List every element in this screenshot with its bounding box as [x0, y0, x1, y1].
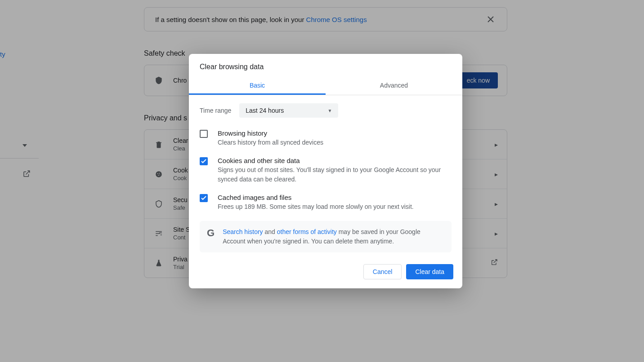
option-cache: Cached images and files Frees up 189 MB.…: [200, 194, 452, 211]
dialog-title: Clear browsing data: [189, 54, 462, 76]
dialog-tabs: Basic Advanced: [189, 76, 462, 95]
option-cookies: Cookies and other site data Signs you ou…: [200, 157, 452, 184]
tab-basic[interactable]: Basic: [189, 76, 326, 95]
other-activity-link[interactable]: other forms of activity: [277, 228, 337, 235]
clear-data-button[interactable]: Clear data: [406, 264, 453, 279]
tab-advanced[interactable]: Advanced: [326, 76, 462, 95]
checkbox-browsing-history[interactable]: [200, 130, 208, 138]
time-range-value: Last 24 hours: [246, 107, 284, 114]
option-title: Cookies and other site data: [218, 157, 452, 164]
checkbox-cookies[interactable]: [200, 157, 208, 165]
time-range-select[interactable]: Last 24 hours ▼: [239, 103, 338, 118]
google-account-notice: G Search history and other forms of acti…: [200, 221, 452, 252]
option-subtitle: Clears history from all synced devices: [218, 138, 323, 147]
time-range-label: Time range: [200, 107, 231, 114]
option-subtitle: Frees up 189 MB. Some sites may load mor…: [218, 202, 414, 211]
google-g-icon: G: [207, 227, 215, 238]
option-subtitle: Signs you out of most sites. You'll stay…: [218, 165, 452, 184]
caret-down-icon: ▼: [327, 108, 332, 113]
cancel-button[interactable]: Cancel: [363, 264, 402, 279]
clear-browsing-data-dialog: Clear browsing data Basic Advanced Time …: [189, 54, 462, 288]
checkbox-cache[interactable]: [200, 194, 208, 202]
option-title: Browsing history: [218, 129, 323, 137]
option-browsing-history: Browsing history Clears history from all…: [200, 129, 452, 147]
search-history-link[interactable]: Search history: [223, 228, 263, 235]
option-title: Cached images and files: [218, 194, 414, 201]
